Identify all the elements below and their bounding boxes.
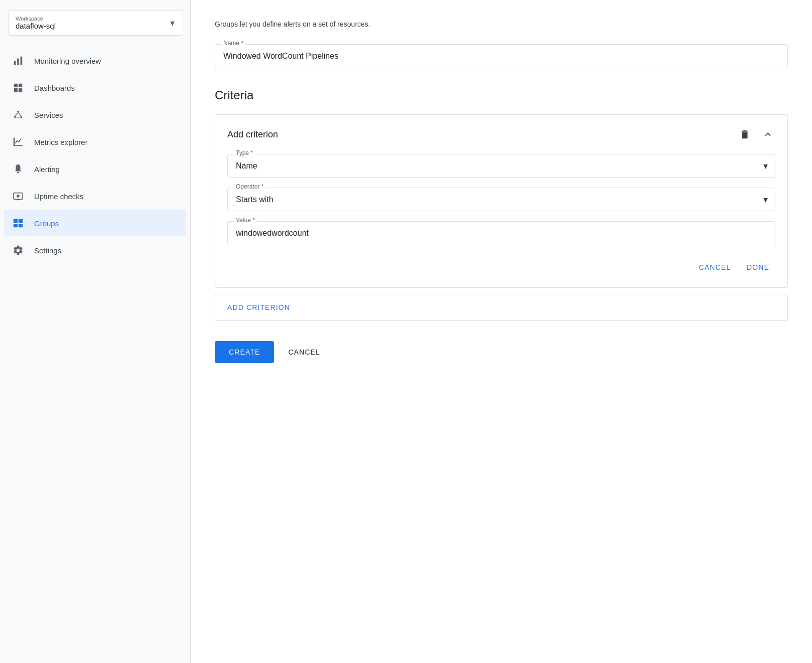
sidebar-item-metrics-explorer[interactable]: Metrics explorer (4, 129, 186, 155)
sidebar-item-label-alerting: Alerting (34, 165, 60, 174)
create-button[interactable]: CREATE (215, 341, 274, 363)
svg-rect-6 (19, 88, 22, 92)
operator-select-wrapper: Operator * Starts with Ends with Contain… (227, 188, 775, 211)
sidebar: Workspace dataflow-sql ▾ Monitoring over… (0, 0, 191, 663)
criterion-footer: CANCEL DONE (227, 255, 775, 275)
alerting-icon (12, 163, 24, 175)
criterion-done-button[interactable]: DONE (741, 259, 775, 275)
sidebar-item-label-monitoring: Monitoring overview (34, 57, 101, 65)
svg-rect-22 (19, 224, 23, 227)
collapse-criterion-button[interactable] (760, 127, 775, 142)
type-field-label: Type * (234, 149, 255, 156)
sidebar-item-label-uptime: Uptime checks (34, 192, 83, 201)
svg-rect-1 (17, 58, 19, 65)
svg-rect-2 (21, 57, 23, 65)
type-select-wrapper: Type * Name Tag Project ▾ (227, 154, 775, 178)
criterion-cancel-button[interactable]: CANCEL (693, 259, 737, 275)
criterion-card: Add criterion Type * Name Tag (215, 114, 788, 288)
dashboard-icon (12, 82, 24, 94)
svg-rect-5 (14, 88, 18, 92)
workspace-text: Workspace dataflow-sql (16, 16, 56, 30)
metrics-icon (12, 136, 24, 148)
value-field-label: Value * (234, 217, 257, 224)
chevron-up-icon (762, 129, 773, 140)
svg-rect-17 (17, 199, 20, 200)
name-field-container: Name * (215, 44, 788, 68)
name-field-label: Name * (221, 40, 245, 47)
value-field-container: Value * (227, 221, 775, 245)
svg-rect-3 (14, 84, 18, 87)
criterion-card-title: Add criterion (227, 129, 278, 140)
groups-icon (12, 217, 24, 229)
svg-rect-4 (19, 84, 22, 87)
sidebar-item-label-dashboards: Dashboards (34, 84, 75, 92)
sidebar-item-groups[interactable]: Groups (4, 210, 186, 236)
value-input[interactable] (228, 222, 775, 245)
trash-icon (739, 129, 750, 140)
sidebar-item-label-metrics: Metrics explorer (34, 138, 88, 146)
uptime-icon (12, 190, 24, 202)
sidebar-item-label-services: Services (34, 111, 63, 119)
operator-field-label: Operator * (234, 183, 265, 190)
svg-point-7 (17, 111, 19, 113)
name-input[interactable] (215, 45, 787, 68)
chart-bar-icon (12, 55, 24, 67)
svg-rect-0 (14, 61, 16, 65)
criterion-actions (737, 127, 775, 142)
sidebar-item-alerting[interactable]: Alerting (4, 156, 186, 182)
svg-rect-20 (19, 219, 23, 223)
delete-criterion-button[interactable] (737, 127, 752, 142)
add-criterion-card: ADD CRITERION (215, 294, 788, 321)
sidebar-nav: Monitoring overview Dashboards (0, 48, 190, 264)
groups-description: Groups let you define alerts on a set of… (215, 20, 788, 28)
chevron-down-icon: ▾ (170, 18, 175, 29)
services-icon (12, 109, 24, 121)
operator-select[interactable]: Starts with Ends with Contains Equals (228, 188, 775, 211)
sidebar-item-monitoring-overview[interactable]: Monitoring overview (4, 48, 186, 74)
sidebar-item-uptime-checks[interactable]: Uptime checks (4, 183, 186, 209)
workspace-label: Workspace (16, 16, 56, 22)
criteria-title: Criteria (215, 88, 788, 102)
svg-rect-19 (14, 219, 18, 223)
svg-rect-13 (14, 138, 15, 146)
type-select[interactable]: Name Tag Project (228, 154, 775, 177)
sidebar-item-services[interactable]: Services (4, 102, 186, 128)
svg-line-11 (18, 112, 21, 116)
cancel-button[interactable]: CANCEL (280, 341, 328, 363)
workspace-selector[interactable]: Workspace dataflow-sql ▾ (8, 10, 182, 36)
workspace-name: dataflow-sql (16, 22, 56, 30)
main-content: Groups let you define alerts on a set of… (191, 0, 812, 663)
sidebar-item-label-groups: Groups (34, 219, 59, 228)
add-criterion-button[interactable]: ADD CRITERION (227, 303, 290, 311)
bottom-actions: CREATE CANCEL (215, 341, 788, 363)
sidebar-item-dashboards[interactable]: Dashboards (4, 75, 186, 101)
sidebar-item-settings[interactable]: Settings (4, 237, 186, 263)
settings-icon (12, 244, 24, 256)
svg-rect-21 (14, 224, 18, 227)
svg-point-18 (17, 195, 20, 198)
criterion-header: Add criterion (227, 127, 775, 142)
svg-rect-15 (17, 172, 19, 174)
svg-line-10 (15, 112, 18, 116)
svg-rect-14 (14, 145, 23, 146)
sidebar-item-label-settings: Settings (34, 246, 61, 255)
